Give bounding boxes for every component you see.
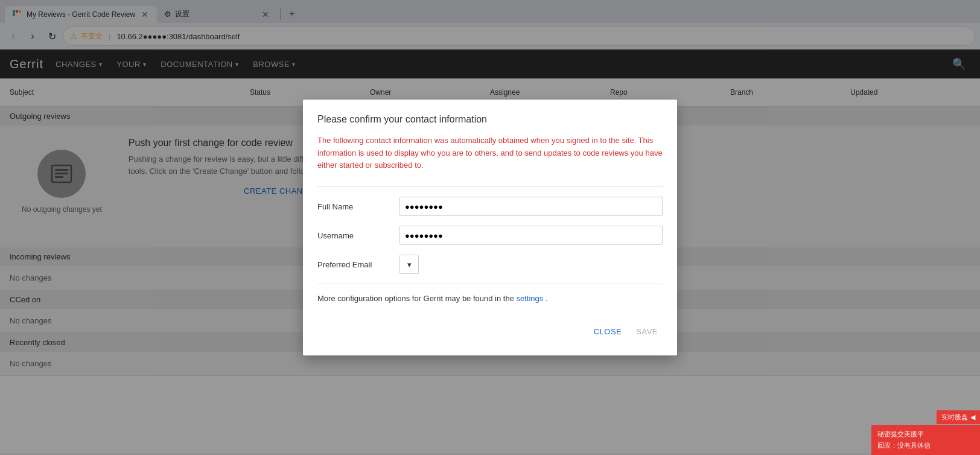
close-button[interactable]: CLOSE bbox=[589, 322, 627, 341]
notification-panel: 实时股盘 ◀ 秘密提交美股平 回应：没有具体信 bbox=[871, 425, 980, 453]
dialog-overlay: Please confirm your contact information … bbox=[0, 0, 980, 453]
dialog-divider-top bbox=[317, 186, 663, 187]
username-input[interactable] bbox=[399, 226, 663, 245]
notification-tab-label: 实时股盘 bbox=[941, 413, 968, 422]
settings-link[interactable]: settings bbox=[517, 294, 544, 303]
notification-body: 回应：没有具体信 bbox=[877, 441, 974, 450]
footer-period: . bbox=[546, 294, 548, 303]
full-name-input[interactable] bbox=[399, 197, 663, 216]
save-button[interactable]: SAVE bbox=[631, 322, 663, 341]
full-name-label: Full Name bbox=[317, 202, 390, 211]
dialog-actions: CLOSE SAVE bbox=[317, 317, 663, 341]
dialog-divider-bottom bbox=[317, 284, 663, 284]
email-select-container: ▾ bbox=[399, 255, 419, 274]
contact-info-dialog: Please confirm your contact information … bbox=[303, 100, 677, 355]
footer-text: More configuration options for Gerrit ma… bbox=[317, 294, 514, 303]
dialog-form: Full Name Username Preferred Email ▾ bbox=[317, 197, 663, 274]
username-label: Username bbox=[317, 231, 390, 240]
notification-tab: 实时股盘 ◀ bbox=[937, 410, 980, 424]
notification-expand-icon: ◀ bbox=[970, 413, 975, 421]
notification-title: 秘密提交美股平 bbox=[877, 430, 974, 439]
form-row-fullname: Full Name bbox=[317, 197, 663, 216]
form-row-username: Username bbox=[317, 226, 663, 245]
preferred-email-label: Preferred Email bbox=[317, 260, 390, 269]
dialog-description: The following contact information was au… bbox=[317, 135, 663, 172]
email-dropdown-button[interactable]: ▾ bbox=[399, 255, 419, 274]
dialog-footer: More configuration options for Gerrit ma… bbox=[317, 294, 663, 303]
dialog-title: Please confirm your contact information bbox=[317, 114, 663, 125]
chevron-down-icon: ▾ bbox=[407, 260, 412, 269]
form-row-email: Preferred Email ▾ bbox=[317, 255, 663, 274]
